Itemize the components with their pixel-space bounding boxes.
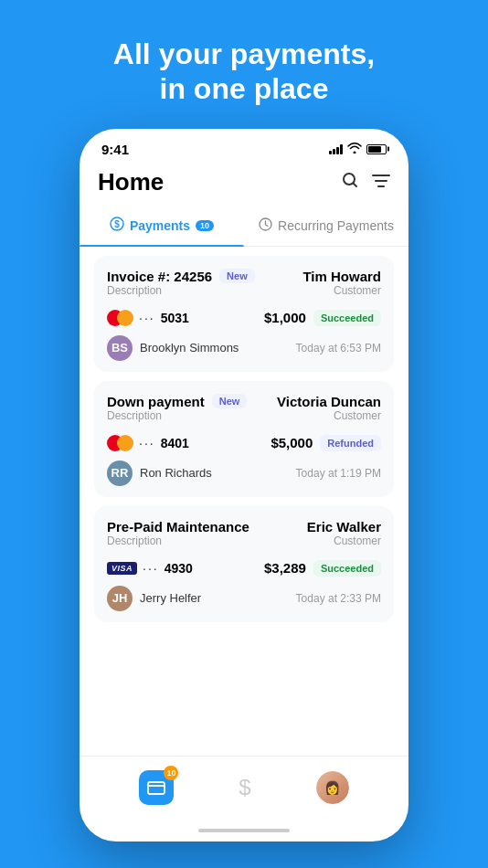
nav-dollar[interactable]: $ xyxy=(239,775,250,800)
payments-tab-badge: 10 xyxy=(196,220,214,231)
agent-name: Brooklyn Simmons xyxy=(140,341,239,355)
filter-icon[interactable] xyxy=(372,172,390,193)
payment-card[interactable]: Pre-Paid Maintenance Description Eric Wa… xyxy=(94,506,394,622)
payment-card[interactable]: Down payment New Description Victoria Du… xyxy=(94,381,394,497)
payment-card[interactable]: Invoice #: 24256 New Description Tim How… xyxy=(94,256,394,372)
tab-bar: $ Payments 10 Recurring Payments xyxy=(80,206,408,247)
payments-tab-icon: $ xyxy=(110,217,124,235)
phone-frame: 9:41 Home xyxy=(80,129,408,842)
wifi-icon xyxy=(347,143,362,156)
description-label: Description xyxy=(107,535,249,547)
svg-text:$: $ xyxy=(114,219,120,229)
header: Home xyxy=(80,163,408,206)
battery-icon xyxy=(366,144,387,154)
payments-tab-label: Payments xyxy=(130,218,190,233)
hero-line2: in one place xyxy=(160,72,329,105)
hero-section: All your payments, in one place xyxy=(95,0,393,107)
customer-label: Customer xyxy=(307,535,381,547)
nav-badge: 10 xyxy=(164,766,178,780)
search-icon[interactable] xyxy=(341,171,359,194)
customer-name: Tim Howard xyxy=(302,269,381,284)
amount-status: $1,000 Succeeded xyxy=(264,310,381,326)
timestamp: Today at 1:19 PM xyxy=(296,467,381,480)
status-badge: Succeeded xyxy=(313,310,381,326)
agent-info: RR Ron Richards xyxy=(107,460,212,486)
customer-name: Victoria Duncan xyxy=(277,394,381,409)
nav-payments-icon-container: 10 xyxy=(139,770,174,805)
payment-method: ··· 5031 xyxy=(107,310,189,326)
timestamp: Today at 6:53 PM xyxy=(296,342,381,355)
agent-info: BS Brooklyn Simmons xyxy=(107,335,239,361)
visa-icon: VISA xyxy=(107,562,137,575)
nav-payments[interactable]: 10 xyxy=(139,770,174,805)
agent-name: Ron Richards xyxy=(140,466,212,480)
agent-name: Jerry Helfer xyxy=(140,591,201,605)
avatar: RR xyxy=(107,460,133,486)
tab-payments[interactable]: $ Payments 10 xyxy=(80,206,244,246)
avatar: BS xyxy=(107,335,133,361)
amount: $1,000 xyxy=(264,310,306,325)
card-last4: 4930 xyxy=(164,561,193,576)
status-time: 9:41 xyxy=(101,142,129,157)
description-label: Description xyxy=(107,284,255,297)
new-badge: New xyxy=(219,269,255,283)
customer-label: Customer xyxy=(277,409,381,422)
status-badge: Succeeded xyxy=(313,560,381,577)
page-title: Home xyxy=(98,168,164,196)
card-last4: 5031 xyxy=(161,311,189,325)
status-icons xyxy=(329,143,387,156)
amount: $3,289 xyxy=(264,560,306,576)
profile-avatar: 👩 xyxy=(316,771,349,804)
dollar-icon: $ xyxy=(239,775,250,800)
description-label: Description xyxy=(107,409,247,422)
recurring-tab-icon xyxy=(259,217,272,234)
avatar: JH xyxy=(107,586,133,611)
home-bar xyxy=(198,829,290,832)
invoice-label: Down payment xyxy=(107,394,205,409)
timestamp: Today at 2:33 PM xyxy=(296,592,381,605)
invoice-label: Invoice #: 24256 xyxy=(107,269,212,284)
tab-recurring[interactable]: Recurring Payments xyxy=(244,206,408,246)
nav-profile[interactable]: 👩 xyxy=(316,771,349,804)
header-actions xyxy=(341,171,390,194)
agent-info: JH Jerry Helfer xyxy=(107,586,201,611)
customer-name: Eric Walker xyxy=(307,519,381,535)
mastercard-icon xyxy=(107,310,133,326)
customer-label: Customer xyxy=(302,284,381,297)
recurring-tab-label: Recurring Payments xyxy=(278,218,394,233)
amount-status: $3,289 Succeeded xyxy=(264,560,381,577)
mastercard-icon xyxy=(107,435,133,451)
payment-method: VISA ··· 4930 xyxy=(107,561,193,576)
svg-rect-4 xyxy=(148,782,164,794)
bottom-nav: 10 $ 👩 xyxy=(80,756,408,820)
card-last4: 8401 xyxy=(161,436,189,450)
new-badge: New xyxy=(212,394,248,408)
status-badge: Refunded xyxy=(320,435,381,451)
home-indicator xyxy=(80,820,408,842)
amount-status: $5,000 Refunded xyxy=(271,435,381,451)
payment-list: Invoice #: 24256 New Description Tim How… xyxy=(80,247,408,756)
payment-method: ··· 8401 xyxy=(107,435,189,451)
amount: $5,000 xyxy=(271,435,313,450)
invoice-label: Pre-Paid Maintenance xyxy=(107,519,249,535)
signal-icon xyxy=(329,143,343,154)
status-bar: 9:41 xyxy=(80,129,408,163)
hero-line1: All your payments, xyxy=(113,37,375,70)
